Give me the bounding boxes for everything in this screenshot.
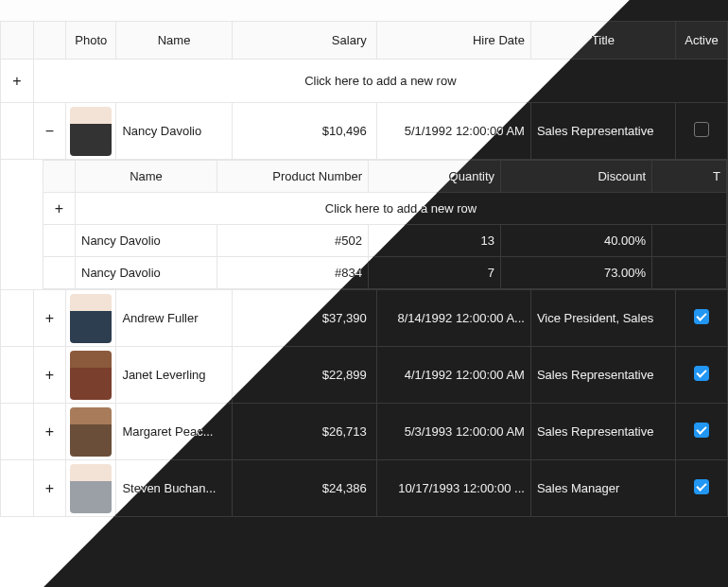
expand-icon[interactable]: + [45, 480, 54, 496]
plus-icon[interactable]: + [1, 60, 34, 103]
ncol-product-number[interactable]: Product Number [217, 161, 369, 193]
cell-hire: 5/3/1993 12:00:00 AM [383, 424, 525, 439]
active-checkbox[interactable] [694, 479, 709, 494]
cell-name: Janet Leverling [122, 368, 225, 382]
cell-salary: $22,899 [322, 368, 367, 382]
cell-title: Sales Representative [537, 368, 669, 382]
ncell-name: Nancy Davolio [76, 257, 217, 289]
cell-salary: $10,496 [322, 124, 367, 138]
ncell-product-number: #834 [217, 257, 369, 289]
avatar [70, 351, 112, 400]
ncell-name: Nancy Davolio [76, 225, 217, 257]
active-checkbox[interactable] [694, 309, 709, 324]
cell-salary: $24,386 [322, 481, 367, 495]
ncell-discount: 73.00% [501, 257, 652, 289]
cell-salary: $37,390 [322, 311, 367, 325]
cell-salary: $26,713 [322, 424, 367, 439]
avatar [70, 294, 112, 343]
ncell-product-number: #502 [217, 225, 369, 257]
col-name[interactable]: Name [116, 22, 232, 60]
collapse-icon[interactable]: − [45, 123, 54, 139]
cell-title: Sales Representative [537, 124, 669, 138]
ncell-discount: 40.00% [501, 225, 652, 257]
avatar [70, 107, 112, 156]
cell-hire: 8/14/1992 12:00:00 A... [383, 311, 525, 325]
cell-name: Andrew Fuller [122, 311, 225, 325]
cell-hire: 10/17/1993 12:00:00 ... [383, 481, 525, 495]
col-hire[interactable]: Hire Date [376, 22, 530, 60]
active-checkbox[interactable] [694, 366, 709, 381]
ncol-name[interactable]: Name [76, 161, 217, 193]
ncol-discount[interactable]: Discount [501, 161, 652, 193]
cell-title: Sales Manager [537, 481, 669, 495]
col-active[interactable]: Active [675, 22, 727, 60]
expand-icon[interactable]: + [45, 423, 54, 440]
avatar [70, 407, 112, 457]
cell-title: Vice President, Sales [537, 311, 669, 325]
col-salary[interactable]: Salary [232, 22, 376, 60]
plus-icon[interactable]: + [43, 193, 76, 225]
active-checkbox[interactable] [694, 423, 709, 438]
cell-title: Sales Representative [537, 424, 669, 439]
active-checkbox[interactable] [694, 122, 709, 137]
col-photo[interactable]: Photo [66, 22, 116, 60]
ncol-t[interactable]: T [652, 161, 727, 193]
cell-name: Nancy Davolio [122, 124, 225, 138]
cell-hire: 4/1/1992 12:00:00 AM [383, 368, 525, 382]
expand-icon[interactable]: + [45, 367, 54, 383]
ncell-quantity: 7 [369, 257, 501, 289]
avatar [70, 464, 112, 513]
expand-icon[interactable]: + [45, 310, 54, 326]
